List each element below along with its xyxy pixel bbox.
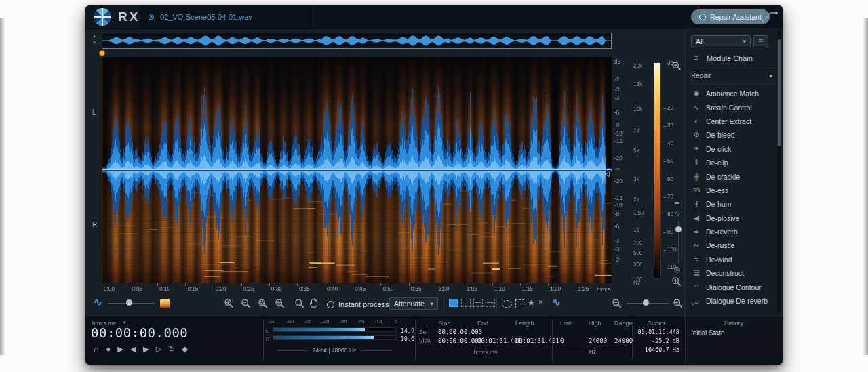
module-item[interactable]: ≈ De-wind bbox=[686, 253, 778, 266]
chevron-down-icon: ▾ bbox=[430, 300, 433, 307]
chevron-up-icon[interactable]: ▴ bbox=[93, 33, 96, 39]
playhead-line[interactable] bbox=[102, 53, 102, 287]
module-item[interactable]: ‖ De-clip bbox=[686, 156, 778, 169]
freq-selection-tool[interactable] bbox=[473, 299, 483, 307]
module-label: De-reverb bbox=[706, 228, 738, 236]
meter-track-R bbox=[273, 335, 396, 340]
spectrogram-display[interactable] bbox=[102, 57, 612, 283]
channel-label-R: R bbox=[92, 221, 97, 228]
record-button[interactable]: ● bbox=[106, 346, 111, 354]
tab-close-icon[interactable]: ⊗ bbox=[148, 13, 155, 21]
file-tab[interactable]: ⊗ 02_VO-Scene05-04-01.wav bbox=[140, 5, 313, 28]
view-length[interactable]: 00:01:31.401 bbox=[515, 337, 559, 344]
monitor-button[interactable]: ∩ bbox=[94, 346, 99, 354]
panel-scrollbar[interactable] bbox=[778, 30, 781, 313]
module-item[interactable]: ◐ Center Extract bbox=[686, 115, 778, 128]
play-selection-button[interactable]: ▷ bbox=[156, 346, 162, 354]
waveform-scale-icon[interactable]: ∿ bbox=[674, 210, 680, 218]
reset-zoom-icon[interactable]: ◎ bbox=[674, 266, 681, 273]
free-selection-tool[interactable] bbox=[486, 299, 495, 307]
view-start[interactable]: 00:00:00.000 bbox=[438, 337, 482, 344]
module-item[interactable]: ⊘ De-bleed bbox=[686, 128, 778, 142]
module-panel: All ▾ ≡ ≡ Module Chain Repair ▾ ◉ Ambien… bbox=[685, 28, 783, 316]
cursor-header: Cursor bbox=[632, 320, 681, 327]
overview-waveform[interactable] bbox=[102, 33, 612, 49]
module-chain-item[interactable]: ≡ Module Chain bbox=[691, 54, 753, 62]
time-ruler[interactable]: h:m:s 0:000:050:100:150:200:250:300:350:… bbox=[102, 283, 612, 294]
scrollbar-thumb[interactable] bbox=[778, 39, 781, 146]
chevron-down-icon[interactable]: ▾ bbox=[93, 39, 96, 46]
tab-label: 02_VO-Scene05-04-01.wav bbox=[160, 13, 252, 21]
vertical-zoom-slider[interactable] bbox=[675, 221, 682, 263]
waveform-blend-icon[interactable]: ∿ bbox=[94, 297, 102, 307]
marker-button[interactable]: ◆ bbox=[182, 346, 188, 354]
h-zoom-out-icon[interactable] bbox=[612, 298, 623, 309]
module-item[interactable]: ▤ Deconstruct bbox=[686, 266, 778, 280]
overview-fit-control[interactable]: ▴ ▾ bbox=[90, 33, 99, 49]
module-item[interactable]: ∾ De-rustle bbox=[686, 239, 778, 252]
h-zoom-slider[interactable] bbox=[627, 299, 669, 307]
list-view-button[interactable]: ≡ bbox=[753, 35, 768, 47]
module-icon: ≋ bbox=[691, 228, 702, 235]
divider bbox=[690, 68, 776, 68]
frequency-scale: 20k15k10k7k5k3k2k1.5k1k700500300100Hz bbox=[632, 57, 652, 283]
zoom-fit-icon[interactable] bbox=[275, 298, 285, 309]
spectrogram-color-legend bbox=[654, 62, 661, 279]
sel-start[interactable]: 00:00:00.000 bbox=[438, 329, 482, 335]
go-end-button[interactable]: ▶ bbox=[143, 346, 149, 354]
freq-high[interactable]: 24000 bbox=[589, 337, 607, 344]
panel-collapse-icon[interactable]: › bbox=[691, 299, 694, 309]
repair-group-header[interactable]: Repair ▾ bbox=[691, 72, 772, 79]
lasso-tool-icon[interactable] bbox=[502, 300, 512, 308]
module-icon: ◉ bbox=[691, 90, 702, 97]
zoom-in-icon[interactable] bbox=[224, 298, 235, 309]
process-mode-dropdown[interactable]: Attenuate ▾ bbox=[389, 297, 438, 310]
vertical-zoom-in-bottom-icon[interactable] bbox=[671, 276, 682, 287]
module-item[interactable]: ◀ De-plosive bbox=[686, 211, 778, 225]
module-item[interactable]: ◡ Dialogue De-reverb bbox=[686, 294, 778, 308]
spectrogram-blend-icon[interactable] bbox=[160, 299, 170, 308]
clear-selection-icon[interactable]: × bbox=[538, 298, 543, 306]
module-icon: ≈ bbox=[691, 256, 702, 263]
repair-assistant-label: Repair Assistant bbox=[710, 13, 762, 21]
vertical-zoom-in-icon[interactable] bbox=[671, 61, 682, 72]
zoom-tool-icon[interactable] bbox=[294, 298, 305, 309]
module-item[interactable]: ╫ De-crackle bbox=[686, 169, 778, 183]
go-start-button[interactable]: ◀ bbox=[130, 346, 136, 354]
brush-tool-icon[interactable] bbox=[515, 299, 524, 308]
freq-low[interactable]: 0 bbox=[560, 337, 564, 344]
frequency-unit: Hz bbox=[560, 348, 625, 355]
screenshot-stage: RX ⊗ 02_VO-Scene05-04-01.wav Repair Assi… bbox=[0, 0, 868, 372]
module-chain-icon: ≡ bbox=[691, 55, 702, 62]
audio-format: 24-bit | 48000 Hz bbox=[273, 347, 396, 354]
zoom-selection-icon[interactable] bbox=[258, 298, 269, 309]
spectrogram-settings-icon[interactable]: ≣ bbox=[674, 199, 680, 207]
loop-button[interactable]: ↻ bbox=[169, 346, 176, 354]
module-item[interactable]: ◠ Dialogue Contour bbox=[686, 280, 778, 293]
module-item[interactable]: ss De-ess bbox=[686, 184, 778, 197]
pan-tool-icon[interactable] bbox=[309, 297, 319, 311]
repair-assistant-button[interactable]: Repair Assistant bbox=[691, 9, 770, 24]
module-item[interactable]: ∮ De-hum bbox=[686, 197, 778, 211]
playhead-marker[interactable] bbox=[99, 50, 105, 56]
module-filter-dropdown[interactable]: All ▾ bbox=[691, 35, 751, 47]
history-item[interactable]: Initial State bbox=[691, 329, 780, 337]
play-button[interactable]: ▶ bbox=[117, 346, 123, 354]
magic-wand-icon[interactable]: ★ bbox=[528, 299, 535, 307]
signal-flow-icon[interactable] bbox=[761, 10, 778, 26]
wave-spect-blend-slider[interactable] bbox=[108, 299, 155, 307]
module-item[interactable]: ◉ Ambience Match bbox=[686, 87, 778, 100]
time-freq-selection-tool[interactable] bbox=[461, 299, 471, 307]
module-icon: ‖ bbox=[691, 159, 702, 166]
module-icon: ◐ bbox=[691, 118, 702, 125]
instant-process-radio[interactable] bbox=[327, 301, 334, 308]
info-bar: h:m:s.ms ▾ 00:00:00.000 ∩●▶◀▶▷↻◆ -Inf.-6… bbox=[85, 316, 685, 365]
h-zoom-in-icon[interactable] bbox=[673, 298, 684, 309]
module-item[interactable]: ∿ Breath Control bbox=[686, 100, 778, 114]
module-item[interactable]: ≋ De-reverb bbox=[686, 225, 778, 239]
col-length: Length bbox=[515, 320, 534, 327]
module-item[interactable]: ☀ De-click bbox=[686, 142, 778, 156]
preview-waveform-icon[interactable]: ∿ bbox=[552, 297, 561, 307]
time-selection-tool[interactable] bbox=[449, 299, 458, 307]
zoom-out-icon[interactable] bbox=[241, 298, 252, 309]
